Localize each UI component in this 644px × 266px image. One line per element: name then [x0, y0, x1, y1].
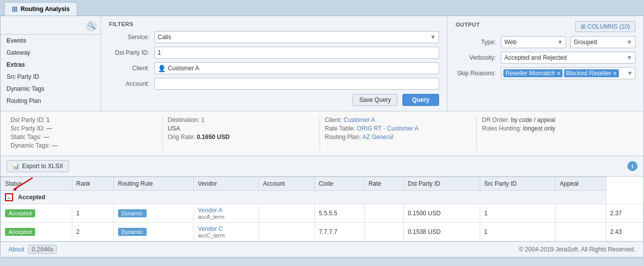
- dynamic-tags-line: Dynamic Tags: —: [11, 142, 157, 149]
- status-badge-row1: Accepted: [5, 209, 35, 217]
- export-xlsx-button[interactable]: 📊 Export to XLSX: [7, 160, 69, 172]
- rules-hunting-value: longest only: [523, 125, 555, 132]
- col-appeal[interactable]: Appeal: [556, 177, 606, 191]
- rate-table-label: Rate Table:: [325, 125, 357, 132]
- top-section: 🔍 Events Gateway Extras Src Party ID Dyn…: [1, 16, 643, 111]
- columns-icon: ⊞: [581, 23, 586, 30]
- tag-reseller-mismatch[interactable]: Reseller Mismatch ✕: [503, 69, 563, 77]
- sidebar-item-dynamic-tags[interactable]: Dynamic Tags: [1, 83, 100, 95]
- service-select-wrapper: Calls ▼: [154, 31, 439, 43]
- sidebar-item-extras[interactable]: Extras: [1, 59, 100, 71]
- col-code[interactable]: Code: [314, 177, 364, 191]
- remove-reseller-mismatch-icon[interactable]: ✕: [557, 71, 561, 76]
- row1-vendor-name[interactable]: Vendor A: [198, 207, 254, 214]
- export-icon: 📊: [12, 163, 20, 170]
- col-rate[interactable]: Rate: [364, 177, 403, 191]
- client-icon: 👤: [158, 65, 166, 72]
- dst-party-info-label: Dst Party ID:: [11, 116, 46, 123]
- tag-blocked-reseller[interactable]: Blocked Reseller ✕: [564, 69, 619, 77]
- dr-order-label: DR Order:: [482, 116, 511, 123]
- row1-routing-rule: Dynamic: [114, 204, 193, 223]
- table-container: Status Rank Routing Rule Vendor Account: [1, 177, 643, 241]
- toggle-collapse-icon[interactable]: -: [5, 193, 13, 201]
- dst-party-input[interactable]: [154, 47, 439, 59]
- tab-bar: ⊞ Routing Analysis: [0, 0, 644, 16]
- service-select[interactable]: Calls: [154, 31, 439, 43]
- client-info-value[interactable]: Customer A: [344, 116, 375, 123]
- sidebar-item-src-party-id[interactable]: Src Party ID: [1, 71, 100, 83]
- client-info-label: Client:: [325, 116, 344, 123]
- destination-line: Destination: 1: [168, 116, 314, 123]
- static-tags-info-label: Static Tags:: [11, 134, 43, 141]
- account-input[interactable]: [154, 78, 439, 90]
- col-rank[interactable]: Rank: [72, 177, 114, 191]
- client-info-line: Client: Customer A: [325, 116, 472, 123]
- col-account[interactable]: Account: [259, 177, 314, 191]
- dst-party-label: Dst Party ID:: [109, 49, 154, 56]
- row2-rank: 2: [72, 223, 114, 241]
- rules-hunting-label: Rules Hunting:: [482, 125, 523, 132]
- col-vendor[interactable]: Vendor: [193, 177, 258, 191]
- type-controls: Web ▼ Grouped ▼: [501, 36, 635, 48]
- type-select[interactable]: Web: [501, 36, 566, 48]
- col-src-party-id[interactable]: Src Party ID: [480, 177, 556, 191]
- rate-table-value[interactable]: ORIG RT - Customer A: [357, 125, 418, 132]
- account-label: Account:: [109, 80, 154, 87]
- search-icon[interactable]: 🔍: [86, 21, 96, 31]
- service-label: Service:: [109, 34, 154, 41]
- destination-info-label: Destination:: [168, 116, 201, 123]
- row1-src-party-id: [556, 204, 606, 223]
- sidebar-item-events[interactable]: Events: [1, 35, 100, 47]
- row1-code: 5.5.5.5: [314, 204, 364, 223]
- svg-marker-1: [13, 187, 17, 191]
- col-routing-rule[interactable]: Routing Rule: [114, 177, 193, 191]
- type-label: Type:: [456, 39, 501, 46]
- version-badge: 0.2946s: [28, 245, 57, 254]
- info-button[interactable]: i: [627, 161, 637, 171]
- src-party-info-label: Src Party ID:: [11, 125, 46, 132]
- columns-button[interactable]: ⊞ COLUMNS (10): [575, 21, 635, 32]
- row2-rate: 0.1538 USD: [403, 223, 480, 241]
- verbosity-select-wrapper: Accepted and Rejected ▼: [501, 52, 635, 64]
- col-dst-party-id[interactable]: Dst Party ID: [403, 177, 480, 191]
- filters-title: FILTERS: [109, 21, 439, 27]
- row2-dst-party-id: 1: [480, 223, 556, 241]
- row1-vendor: Vendor A accA_term: [193, 204, 258, 223]
- dynamic-tags-info-label: Dynamic Tags:: [11, 142, 52, 149]
- footer-left: About 0.2946s: [9, 245, 57, 254]
- skip-reasons-input[interactable]: Reseller Mismatch ✕ Blocked Reseller ✕ ▼: [501, 67, 635, 79]
- type-row: Type: Web ▼ Grouped ▼: [456, 36, 635, 48]
- row1-rate: 0.1500 USD: [403, 204, 480, 223]
- footer-copyright: © 2004-2019 JeraSoft. All Rights Reserve…: [519, 246, 635, 253]
- group-row-cell: - Accepted: [1, 191, 606, 204]
- verbosity-select[interactable]: Accepted and Rejected: [501, 52, 635, 64]
- table-toolbar: 📊 Export to XLSX i: [1, 156, 643, 177]
- red-arrow-indicator: [10, 177, 35, 192]
- rate-table-line: Rate Table: ORIG RT - Customer A: [325, 125, 472, 132]
- about-link[interactable]: About: [9, 246, 24, 253]
- sidebar-item-gateway[interactable]: Gateway: [1, 47, 100, 59]
- destination-info-value[interactable]: 1: [201, 116, 204, 123]
- skip-reasons-dropdown-icon[interactable]: ▼: [627, 70, 633, 77]
- info-bar: Dst Party ID: 1 Src Party ID: — Static T…: [1, 111, 643, 156]
- grouped-select-wrapper: Grouped ▼: [570, 36, 635, 48]
- remove-blocked-reseller-icon[interactable]: ✕: [613, 71, 617, 76]
- svg-line-0: [15, 178, 33, 189]
- output-section: OUTPUT ⊞ COLUMNS (10) Type: Web ▼: [448, 16, 643, 111]
- group-label: Accepted: [18, 194, 45, 201]
- grouped-select[interactable]: Grouped: [570, 36, 635, 48]
- row2-appeal: 2.43: [606, 223, 643, 241]
- save-query-button[interactable]: Save Query: [353, 94, 397, 106]
- query-button[interactable]: Query: [402, 94, 439, 106]
- table-header-row: Status Rank Routing Rule Vendor Account: [1, 177, 643, 191]
- client-input[interactable]: 👤 Customer A: [154, 62, 439, 74]
- routing-plan-value[interactable]: AZ General: [362, 134, 393, 141]
- dst-party-info-value: 1: [46, 116, 50, 123]
- row2-vendor: Vendor C accC_term: [193, 223, 258, 241]
- dynamic-tags-info-value: —: [52, 142, 58, 149]
- routing-analysis-tab[interactable]: ⊞ Routing Analysis: [4, 2, 77, 16]
- destination-sub: USA: [168, 125, 180, 132]
- skip-reasons-label: Skip Reasons:: [456, 70, 501, 77]
- sidebar-item-routing-plan[interactable]: Routing Plan: [1, 95, 100, 107]
- row2-vendor-name[interactable]: Vendor C: [198, 225, 254, 232]
